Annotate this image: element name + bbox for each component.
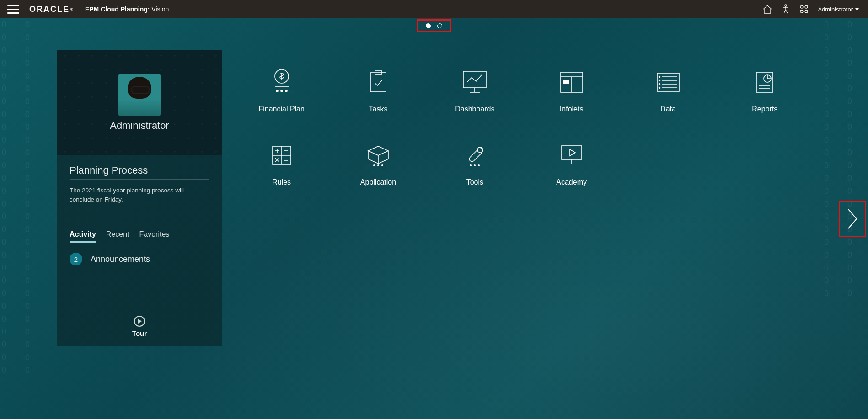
- tile-application[interactable]: Application: [330, 141, 426, 186]
- svg-point-1: [800, 5, 803, 8]
- svg-rect-18: [563, 80, 569, 84]
- dashboards-icon: [461, 69, 489, 95]
- svg-rect-10: [370, 73, 386, 92]
- user-menu[interactable]: Administrator: [813, 6, 863, 13]
- chevron-down-icon: [855, 8, 859, 11]
- tile-grid: Financial Plan Tasks Dashboards Infolets…: [233, 68, 813, 186]
- svg-point-4: [805, 10, 808, 13]
- application-icon: [365, 144, 391, 166]
- carousel-next-button[interactable]: [839, 201, 866, 237]
- tile-rules[interactable]: Rules: [233, 141, 330, 186]
- menu-button[interactable]: [7, 5, 19, 14]
- svg-point-25: [659, 80, 660, 81]
- svg-point-26: [659, 84, 660, 85]
- announcements-badge: 2: [70, 253, 82, 265]
- data-icon: [655, 71, 681, 93]
- tour-play-icon[interactable]: [134, 316, 145, 327]
- tab-recent[interactable]: Recent: [106, 230, 129, 243]
- home-icon[interactable]: [758, 0, 777, 18]
- carousel-dot-1[interactable]: [426, 23, 431, 28]
- svg-point-9: [285, 90, 287, 92]
- infolets-icon: [559, 70, 584, 94]
- carousel-dots: [417, 19, 451, 32]
- brand-logo: ORACLE®: [29, 5, 74, 14]
- announcements-label: Announcements: [91, 255, 150, 264]
- svg-rect-28: [756, 72, 773, 92]
- svg-rect-19: [657, 73, 679, 91]
- tour-label[interactable]: Tour: [132, 329, 147, 337]
- card-footer: Tour: [70, 309, 209, 346]
- academy-icon: [558, 143, 585, 168]
- svg-rect-12: [463, 71, 486, 88]
- svg-point-27: [659, 87, 660, 89]
- tile-tasks[interactable]: Tasks: [330, 68, 426, 113]
- process-text: The 2021 fiscal year planning process wi…: [70, 186, 209, 204]
- reports-icon: [754, 70, 776, 94]
- tile-data[interactable]: Data: [620, 68, 716, 113]
- tile-dashboards[interactable]: Dashboards: [427, 68, 523, 113]
- tile-financial-plan[interactable]: Financial Plan: [233, 68, 330, 113]
- accessibility-icon[interactable]: [777, 0, 795, 18]
- svg-point-24: [659, 76, 660, 78]
- announcements-row[interactable]: 2 Announcements: [70, 253, 209, 265]
- tab-activity[interactable]: Activity: [70, 230, 96, 243]
- tab-favorites[interactable]: Favorites: [139, 230, 170, 243]
- username-label: Administrator: [110, 120, 169, 132]
- svg-point-3: [800, 10, 803, 13]
- tasks-icon: [367, 69, 390, 95]
- svg-point-8: [281, 90, 283, 92]
- tile-infolets[interactable]: Infolets: [523, 68, 620, 113]
- tile-tools[interactable]: Tools: [427, 141, 523, 186]
- apps-icon[interactable]: [795, 0, 813, 18]
- svg-point-2: [805, 5, 808, 8]
- welcome-card: Administrator Planning Process The 2021 …: [57, 50, 222, 346]
- tile-reports[interactable]: Reports: [717, 68, 813, 113]
- process-title: Planning Process: [70, 164, 209, 176]
- home-stage: 0 0 0 0 0 0 0 0 0 0 0 0 0 0 0 0 0 0 0 0 …: [0, 18, 868, 419]
- avatar: [118, 74, 161, 116]
- tools-icon: [464, 144, 486, 166]
- financial-plan-icon: [269, 68, 294, 96]
- svg-point-0: [785, 5, 787, 6]
- carousel-dot-2[interactable]: [437, 23, 442, 28]
- rules-icon: [270, 143, 294, 167]
- svg-point-7: [276, 90, 278, 92]
- svg-rect-43: [562, 146, 582, 159]
- tile-academy[interactable]: Academy: [523, 141, 620, 186]
- card-header: Administrator: [57, 50, 222, 155]
- topbar: ORACLE® EPM Cloud Planning: Vision Admin…: [0, 0, 868, 18]
- app-title: EPM Cloud Planning: Vision: [85, 5, 169, 13]
- card-tabs: Activity Recent Favorites: [70, 230, 209, 243]
